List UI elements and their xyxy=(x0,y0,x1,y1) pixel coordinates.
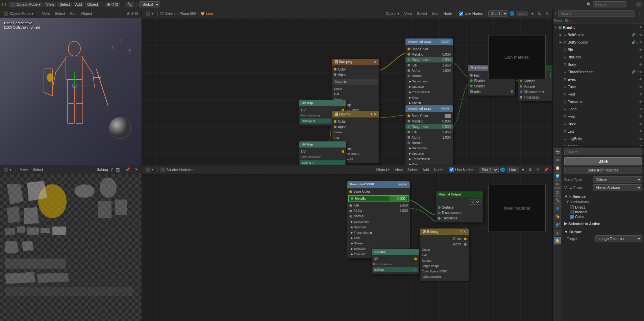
node-bottom-select-btn[interactable]: Select xyxy=(406,167,420,172)
uv-close-btn[interactable]: ✕ xyxy=(133,167,140,172)
uv-cam-btn[interactable]: 📷 xyxy=(114,167,122,172)
view-from-select[interactable]: Above Surface xyxy=(593,184,642,191)
node-bottom-node-btn[interactable]: Node xyxy=(432,167,444,172)
constraints-icon-btn[interactable]: 🔗 xyxy=(554,221,561,228)
world-icon-btn[interactable]: ⚙ xyxy=(554,180,561,188)
outliner-item-helm[interactable]: ▽ Helm 👁 xyxy=(553,113,644,120)
node-canvas-bottom[interactable]: Principled BSDF BSDF Base Color Metallic xyxy=(142,175,552,321)
node-canvas-top[interactable]: 🖼 lion.png ✕ Color Alpha lion.png xyxy=(142,18,552,165)
bake-type-select[interactable]: Diffuse xyxy=(593,176,642,183)
use-nodes-checkbox-bottom[interactable] xyxy=(449,167,454,172)
node-top-add-btn[interactable]: Add xyxy=(430,11,440,16)
direct-checkbox[interactable] xyxy=(570,205,574,209)
viewport-view-btn[interactable]: View xyxy=(40,11,52,16)
filter-btn-right[interactable]: ⫶ xyxy=(637,11,642,16)
outliner-item-bibback[interactable]: ▽ BibBack 👁 xyxy=(553,53,644,61)
node-bottom-add-btn[interactable]: Add xyxy=(421,167,431,172)
selected-to-active-header[interactable]: ▶ Selected to Active xyxy=(564,220,642,227)
outliner-item-elbowprotection[interactable]: ▽ ElbowProtection 🔗 △ 👁 xyxy=(553,68,644,76)
transform-icons[interactable]: ⊕ ↺ ⊡ xyxy=(105,2,120,7)
modifier-icon-btn[interactable]: 🔧 xyxy=(554,196,561,204)
bake-button[interactable]: Bake xyxy=(564,157,642,165)
node-principled-2[interactable]: Principled BSDF BSDF Base Color Metallic… xyxy=(405,105,453,165)
data-icon-btn[interactable]: ◭ xyxy=(554,229,561,236)
material-heart-btn[interactable]: ♥ xyxy=(529,11,535,16)
influence-header[interactable]: ▼ Influence xyxy=(564,193,642,200)
outliner-item-legbelts[interactable]: ▽ LegBelts 👁 xyxy=(553,135,644,142)
target-select[interactable]: Image Textures xyxy=(595,235,642,242)
node-bottom-view-btn[interactable]: View xyxy=(393,167,404,172)
viewport-object-btn[interactable]: Object xyxy=(79,11,94,16)
slot-select-top[interactable]: Slot 1 xyxy=(488,10,508,17)
scene-icon-btn[interactable]: 🌍 xyxy=(554,172,561,180)
outliner-item-beltshield[interactable]: ▶ ▽ BeltShield 🔗 △ 👁 xyxy=(553,31,644,38)
particles-icon-btn[interactable]: 👤 xyxy=(554,205,561,212)
render-icon-btn[interactable]: 📷 xyxy=(554,148,561,155)
object-menu-top[interactable]: Object xyxy=(85,2,100,7)
material-copy-btn[interactable]: ⧉ xyxy=(537,11,543,17)
uv-pin-btn[interactable]: 📌 xyxy=(124,167,132,172)
properties-search-input[interactable] xyxy=(564,149,642,155)
snap-icons[interactable]: 🔧 xyxy=(125,2,134,7)
node-top-view-btn[interactable]: View xyxy=(402,11,414,16)
node-bottom-object-btn[interactable]: Object ▾ xyxy=(374,167,392,172)
node-uvmap-bottom[interactable]: UV Map UV From Instancer Baking✕ xyxy=(372,249,419,274)
outliner-item-leg[interactable]: ▽ Leg 👁 xyxy=(553,128,644,135)
material-icon-btn[interactable]: 🎨 xyxy=(554,237,561,244)
outliner-item-bib[interactable]: ▽ Bib 👁 xyxy=(553,46,644,53)
indirect-checkbox[interactable] xyxy=(570,210,574,214)
slot-select-bottom[interactable]: Slot 2 xyxy=(479,167,499,173)
search-input-top[interactable] xyxy=(593,1,626,7)
beltshoulder-constraint[interactable]: 🔗 xyxy=(632,41,636,44)
search-input-right[interactable] xyxy=(558,10,635,17)
viewport-add-btn[interactable]: Add xyxy=(68,11,78,16)
outliner-item-knee[interactable]: ▽ Knee 👁 xyxy=(553,120,644,128)
node-material-output-bottom[interactable]: Material Output All Surface Displacem xyxy=(436,191,483,222)
viewport-select-btn[interactable]: Select xyxy=(53,11,67,16)
transform-select[interactable]: Global xyxy=(139,1,160,7)
material-close-btn-2[interactable]: ✕ xyxy=(535,167,541,172)
outliner-item-beltshoulder[interactable]: ▶ ▽ BeltShoulder 🔗 △ 👁 xyxy=(553,38,644,46)
color-checkbox[interactable] xyxy=(570,215,574,219)
node-top-object-btn[interactable]: Object ▾ xyxy=(384,11,401,17)
output-header[interactable]: ▼ Output xyxy=(564,229,642,235)
viewport-transform-btn[interactable]: ⊕ ↺ ⊡ xyxy=(125,11,140,17)
uv-view-btn[interactable]: View xyxy=(18,167,30,172)
view-layer-icon-btn[interactable]: 📋 xyxy=(554,164,561,171)
outliner-item-forearm[interactable]: ▽ Forearm 👁 xyxy=(553,98,644,105)
view-menu[interactable]: View xyxy=(44,2,56,7)
object-icon-btn[interactable]: ◻ xyxy=(554,188,561,196)
output-select[interactable]: All xyxy=(550,73,552,78)
node-uvmap-2[interactable]: UV Map UV From Instancer Baking ✕ xyxy=(299,141,346,165)
output-icon-btn[interactable]: 🖥 xyxy=(554,156,561,163)
material-copy-btn-2[interactable]: ⧉ xyxy=(527,167,533,172)
viewport-3d[interactable]: X Y Z User Perspective (133) Collection … xyxy=(0,18,142,165)
output-select-bottom[interactable]: All xyxy=(469,199,480,205)
bake-multires-button[interactable]: Bake from Multires xyxy=(564,167,642,173)
filter-icon[interactable]: ⫶ xyxy=(636,2,642,7)
knight-visible-btn[interactable]: 👁 xyxy=(639,26,643,29)
material-pin-btn[interactable]: 📌 xyxy=(542,167,550,172)
node-top-node-btn[interactable]: Node xyxy=(442,11,454,16)
node-top-select-btn[interactable]: Select xyxy=(415,11,429,16)
material-heart-btn-2[interactable]: ♥ xyxy=(520,167,526,172)
add-menu-top[interactable]: Add xyxy=(73,2,84,7)
use-nodes-checkbox-top[interactable] xyxy=(459,11,463,16)
outliner-item-face[interactable]: ▽ Face 👁 xyxy=(553,83,644,90)
beltshield-data[interactable]: △ xyxy=(636,33,639,36)
outliner-item-mitten[interactable]: ▽ Mitten 👁 xyxy=(553,142,644,146)
select-menu-top[interactable]: Select xyxy=(57,2,72,7)
node-baking-bottom[interactable]: 🖼 Baking 7 ✕ Color Alpha Linear xyxy=(420,229,469,281)
outliner-item-body[interactable]: ▽ Body 👁 xyxy=(553,61,644,68)
uv-select-btn[interactable]: Select xyxy=(31,167,45,172)
beltshield-constraint[interactable]: 🔗 xyxy=(632,33,636,36)
physics-icon-btn[interactable]: 🎭 xyxy=(554,213,561,220)
outliner-item-eyes[interactable]: ▽ Eyes 👁 xyxy=(553,76,644,83)
viewport-mode-btn[interactable]: ⬛ Object Mode ▾ xyxy=(2,11,35,17)
metallic-input[interactable] xyxy=(390,196,406,201)
mode-button[interactable]: ⬛ Object Mode ▾ xyxy=(9,2,43,7)
node-top-type-btn[interactable]: ⬛ ▾ xyxy=(144,11,155,17)
outliner-item-foot[interactable]: ▽ Foot 👁 xyxy=(553,90,644,98)
outliner-knight-collection[interactable]: ▼ ▣ Knight 👁 xyxy=(553,24,644,31)
outliner-item-hand[interactable]: ▽ Hand 👁 xyxy=(553,105,644,113)
